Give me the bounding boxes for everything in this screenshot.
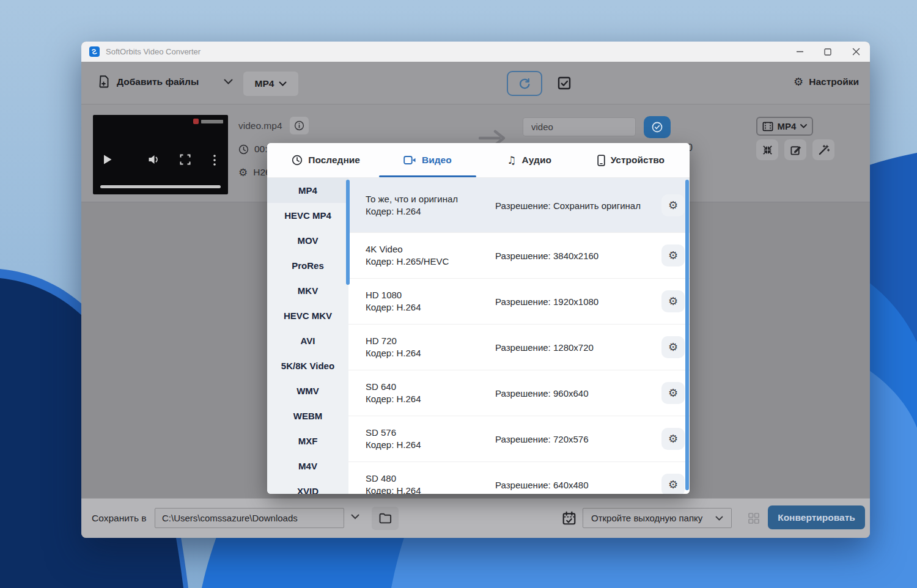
gear-icon: ⚙: [668, 433, 678, 444]
chevron-down-icon: [715, 516, 723, 521]
refresh-button[interactable]: [507, 71, 542, 96]
format-item[interactable]: XVID: [267, 479, 348, 494]
after-conversion-dropdown[interactable]: Откройте выходную папку: [583, 508, 732, 528]
tab-video[interactable]: Видео: [377, 143, 478, 177]
format-item[interactable]: WEBM: [267, 403, 348, 428]
compress-button[interactable]: [756, 139, 778, 160]
format-item[interactable]: M4V: [267, 454, 348, 479]
fullscreen-icon[interactable]: [180, 154, 191, 165]
duration-text: 00:: [254, 144, 268, 155]
footer-bar: Сохранить в Откройте выходную папку: [81, 498, 870, 538]
minimize-button[interactable]: [786, 42, 814, 62]
play-icon[interactable]: [103, 154, 112, 165]
format-item[interactable]: MXF: [267, 428, 348, 454]
music-note-icon: ♫: [507, 155, 516, 166]
preset-info: SD 576 Кодер: H.264: [366, 427, 491, 451]
watermark-logo-icon: [193, 119, 199, 124]
preset-settings-button[interactable]: ⚙: [661, 474, 685, 494]
preset-row[interactable]: То же, что и оригинал Кодер: H.264 Разре…: [348, 178, 690, 233]
tab-audio[interactable]: ♫ Аудио: [479, 143, 580, 177]
gear-icon: ⚙: [794, 76, 803, 87]
file-info-button[interactable]: [290, 117, 309, 134]
format-item[interactable]: MKV: [267, 278, 348, 303]
preset-row[interactable]: SD 640 Кодер: H.264 Разрешение: 960x640 …: [348, 370, 690, 416]
sidebar-scrollbar[interactable]: [346, 180, 350, 285]
calendar-check-icon: [562, 511, 576, 526]
convert-button[interactable]: Конвертировать: [768, 505, 865, 529]
video-progress-bar[interactable]: [100, 185, 221, 188]
save-to-label: Сохранить в: [92, 513, 147, 524]
format-item[interactable]: ProRes: [267, 253, 348, 278]
preset-codec: Кодер: H.264: [366, 439, 491, 451]
preset-codec: Кодер: H.264: [366, 205, 491, 218]
settings-button[interactable]: ⚙ Настройки: [794, 76, 859, 87]
preset-info: SD 480 Кодер: H.264: [366, 472, 491, 494]
preset-info: SD 640 Кодер: H.264: [366, 381, 491, 405]
preset-list: То же, что и оригинал Кодер: H.264 Разре…: [348, 178, 690, 494]
preset-list-scrollbar[interactable]: [685, 180, 689, 490]
format-popup: Последние Видео ♫ Аудио Устройство: [267, 143, 690, 494]
select-all-checkbox-icon[interactable]: [557, 76, 572, 90]
format-item[interactable]: MOV: [267, 228, 348, 253]
preset-settings-button[interactable]: ⚙: [661, 428, 685, 450]
preset-row[interactable]: SD 576 Кодер: H.264 Разрешение: 720x576 …: [348, 416, 690, 462]
preset-title: HD 720: [366, 335, 491, 347]
chevron-down-icon[interactable]: [351, 514, 359, 520]
format-item[interactable]: WMV: [267, 378, 348, 403]
format-item[interactable]: MP4: [267, 178, 348, 203]
volume-icon[interactable]: [148, 154, 160, 165]
preset-resolution: Разрешение: 1280x720: [495, 341, 661, 354]
video-camera-icon: [403, 155, 416, 165]
preset-resolution: Разрешение: 960x640: [495, 387, 661, 400]
file-format-label: MP4: [778, 121, 797, 131]
after-conversion-label: Откройте выходную папку: [591, 513, 702, 523]
add-files-label: Добавить файлы: [117, 76, 199, 87]
kebab-menu-icon[interactable]: [213, 154, 216, 166]
preset-settings-button[interactable]: ⚙: [661, 382, 685, 404]
format-item-label: HEVC MKV: [284, 311, 332, 321]
format-item[interactable]: HEVC MKV: [267, 303, 348, 328]
preset-settings-button[interactable]: ⚙: [661, 244, 685, 266]
smartphone-icon: [597, 155, 605, 166]
preset-row[interactable]: 4K Video Кодер: H.265/HEVC Разрешение: 3…: [348, 233, 690, 279]
tab-recent[interactable]: Последние: [275, 143, 377, 177]
preset-settings-button[interactable]: ⚙: [661, 336, 685, 358]
format-item[interactable]: 5K/8K Video: [267, 353, 348, 378]
format-item-label: HEVC MP4: [284, 210, 331, 221]
file-format-dropdown[interactable]: MP4: [756, 117, 813, 136]
preset-title: SD 576: [366, 427, 491, 439]
preset-title: 4K Video: [366, 243, 491, 255]
format-item[interactable]: HEVC MP4: [267, 203, 348, 228]
preset-resolution: Разрешение: Сохранить оригинал: [495, 199, 661, 211]
chevron-down-icon[interactable]: [224, 79, 233, 84]
apply-rename-button[interactable]: [644, 116, 671, 138]
output-path-input[interactable]: [155, 508, 344, 528]
preset-row[interactable]: HD 720 Кодер: H.264 Разрешение: 1280x720…: [348, 325, 690, 370]
edit-button[interactable]: [784, 139, 806, 160]
magic-wand-button[interactable]: [812, 139, 834, 160]
output-format-dropdown[interactable]: MP4: [243, 72, 298, 96]
window-controls: [786, 42, 870, 62]
file-plus-icon: [98, 75, 110, 88]
preset-settings-button[interactable]: ⚙: [661, 194, 685, 216]
video-thumbnail[interactable]: [93, 115, 228, 194]
grid-view-icon[interactable]: [748, 512, 760, 524]
preset-row[interactable]: SD 480 Кодер: H.264 Разрешение: 640x480 …: [348, 462, 690, 494]
compress-icon: [762, 144, 773, 156]
preset-row[interactable]: HD 1080 Кодер: H.264 Разрешение: 1920x10…: [348, 279, 690, 325]
tab-label: Последние: [308, 155, 360, 166]
tab-device[interactable]: Устройство: [580, 143, 682, 177]
add-files-button[interactable]: Добавить файлы: [98, 75, 233, 88]
format-item[interactable]: AVI: [267, 328, 348, 353]
gear-icon: ⚙: [668, 250, 678, 261]
browse-folder-button[interactable]: [372, 507, 399, 530]
clock-icon: [238, 144, 249, 155]
close-button[interactable]: [842, 42, 870, 62]
preset-settings-button[interactable]: ⚙: [661, 290, 685, 312]
check-circle-icon: [651, 121, 663, 133]
format-item-label: M4V: [298, 461, 317, 471]
output-filename-input[interactable]: [523, 117, 636, 136]
preset-title: SD 640: [366, 381, 491, 393]
maximize-button[interactable]: [814, 42, 842, 62]
gear-icon: ⚙: [668, 388, 678, 399]
